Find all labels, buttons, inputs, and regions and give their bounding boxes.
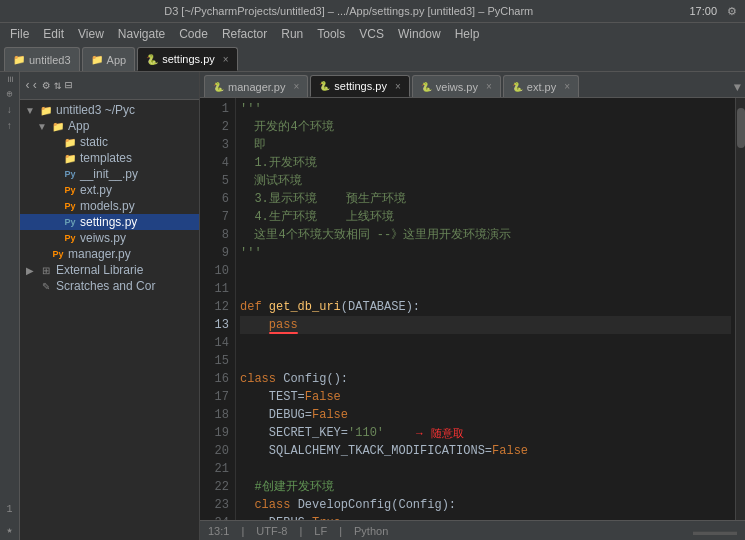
sidebar-tool-sort[interactable]: ⇅ [54,78,61,93]
code-line-6: 3.显示环境 预生产环境 [240,190,731,208]
line-num-5: 5 [200,172,229,190]
menu-view[interactable]: View [72,25,110,43]
tab-close-icon[interactable]: × [564,81,570,92]
left-strip: ≡ ⊕ ↓ ↑ 1 ★ [0,72,20,540]
status-bar: 13:1 | UTF-8 | LF | Python ▬▬▬▬ [200,520,745,540]
sidebar-tool-collapse[interactable]: ⊟ [65,78,72,93]
line-num-22: 22 [200,478,229,496]
status-line-ending: LF [314,525,327,537]
line-num-12: 12 [200,298,229,316]
line-num-10: 10 [200,262,229,280]
folder-icon: 📁 [62,152,78,164]
time-display: 17:00 [689,5,717,17]
tree-label: templates [80,151,132,165]
left-strip-btn-6[interactable]: ★ [6,524,12,536]
main-area: ≡ ⊕ ↓ ↑ 1 ★ ‹‹ ⚙ ⇅ ⊟ ▼ 📁 untitled3 ~/Pyc [0,72,745,540]
line-num-21: 21 [200,460,229,478]
title-bar: D3 [~/PycharmProjects/untitled3] – .../A… [0,0,745,22]
tab-label: untitled3 [29,54,71,66]
menu-window[interactable]: Window [392,25,447,43]
code-line-7: 4.生产环境 上线环境 [240,208,731,226]
code-line-10 [240,262,731,280]
menu-code[interactable]: Code [173,25,214,43]
code-line-4: 1.开发环境 [240,154,731,172]
menu-edit[interactable]: Edit [37,25,70,43]
tree-item-external-libs[interactable]: ▶ ⊞ External Librarie [20,262,199,278]
title-text: D3 [~/PycharmProjects/untitled3] – .../A… [8,5,689,17]
scrollbar-thumb[interactable] [737,108,745,148]
py-icon: 🐍 [421,82,432,92]
py-icon: Py [50,248,66,260]
code-line-16: ▼ class Config(): [240,370,731,388]
line-num-16: 16 [200,370,229,388]
left-strip-btn-5[interactable]: 1 [6,504,12,515]
editor-tab-veiws[interactable]: 🐍 veiws.py × [412,75,501,97]
code-line-22: #创建开发环境 [240,478,731,496]
code-line-12: ▼ def get_db_uri(DATABASE): [240,298,731,316]
tree-item-init[interactable]: Py __init__.py [20,166,199,182]
tree-item-models[interactable]: Py models.py [20,198,199,214]
tab-untitled3[interactable]: 📁 untitled3 [4,47,80,71]
code-content[interactable]: ''' 开发的4个环境 即 1.开发环境 测试环境 [236,98,735,520]
line-num-9: 9 [200,244,229,262]
code-line-5: 测试环境 [240,172,731,190]
tab-settings-py[interactable]: 🐍 settings.py × [137,47,237,71]
settings-icon[interactable]: ⚙ [727,5,737,18]
sidebar: ‹‹ ⚙ ⇅ ⊟ ▼ 📁 untitled3 ~/Pyc ▼ 📁 App [20,72,200,540]
folder-icon: 📁 [50,120,66,132]
menu-file[interactable]: File [4,25,35,43]
tab-label: manager.py [228,81,285,93]
tab-dropdown[interactable]: ▼ [734,81,741,97]
editor-tab-settings[interactable]: 🐍 settings.py × [310,75,409,97]
menu-tools[interactable]: Tools [311,25,351,43]
line-num-17: 17 [200,388,229,406]
editor-tab-ext[interactable]: 🐍 ext.py × [503,75,579,97]
py-icon: Py [62,168,78,180]
tree-item-ext[interactable]: Py ext.py [20,182,199,198]
code-line-14 [240,334,731,352]
tree-item-scratches[interactable]: ✎ Scratches and Cor [20,278,199,294]
line-num-6: 6 [200,190,229,208]
editor-tab-bar: 🐍 manager.py × 🐍 settings.py × 🐍 veiws.p… [200,72,745,98]
editor-tab-manager[interactable]: 🐍 manager.py × [204,75,308,97]
left-strip-btn-3[interactable]: ↓ [6,105,12,116]
tree-item-app[interactable]: ▼ 📁 App [20,118,199,134]
tab-close-icon[interactable]: × [293,81,299,92]
status-language: Python [354,525,388,537]
sidebar-tool-gear[interactable]: ⚙ [42,78,49,93]
sidebar-tool-back[interactable]: ‹‹ [24,79,38,93]
tab-close-icon[interactable]: × [486,81,492,92]
tab-close-icon[interactable]: × [395,81,401,92]
tree-label: manager.py [68,247,131,261]
scrollbar-right[interactable] [735,98,745,520]
tree-label: models.py [80,199,135,213]
status-bottom-scroll: ▬▬▬▬ [693,525,737,537]
code-area[interactable]: 1 2 3 4 5 6 7 8 9 10 11 12 13 14 15 16 1… [200,98,745,520]
tree-item-static[interactable]: 📁 static [20,134,199,150]
left-strip-btn-2[interactable]: ⊕ [6,88,12,100]
left-strip-btn-4[interactable]: ↑ [6,121,12,132]
menu-bar: File Edit View Navigate Code Refactor Ru… [0,22,745,44]
code-line-17: TEST=False [240,388,731,406]
tab-close-icon[interactable]: × [223,54,229,65]
left-strip-btn-1[interactable]: ≡ [4,76,16,83]
tree-label: External Librarie [56,263,143,277]
menu-navigate[interactable]: Navigate [112,25,171,43]
menu-vcs[interactable]: VCS [353,25,390,43]
tree-label: ext.py [80,183,112,197]
code-line-21 [240,460,731,478]
menu-run[interactable]: Run [275,25,309,43]
tab-label: veiws.py [436,81,478,93]
tree-item-veiws[interactable]: Py veiws.py [20,230,199,246]
line-num-4: 4 [200,154,229,172]
tree-item-settings[interactable]: Py settings.py [20,214,199,230]
tree-item-templates[interactable]: 📁 templates [20,150,199,166]
menu-refactor[interactable]: Refactor [216,25,273,43]
tree-item-untitled3[interactable]: ▼ 📁 untitled3 ~/Pyc [20,102,199,118]
tree-arrow: ▼ [36,121,48,132]
menu-help[interactable]: Help [449,25,486,43]
tree-item-manager[interactable]: Py manager.py [20,246,199,262]
tab-app[interactable]: 📁 App [82,47,136,71]
tab-label: App [107,54,127,66]
status-separator-1: | [241,525,244,537]
